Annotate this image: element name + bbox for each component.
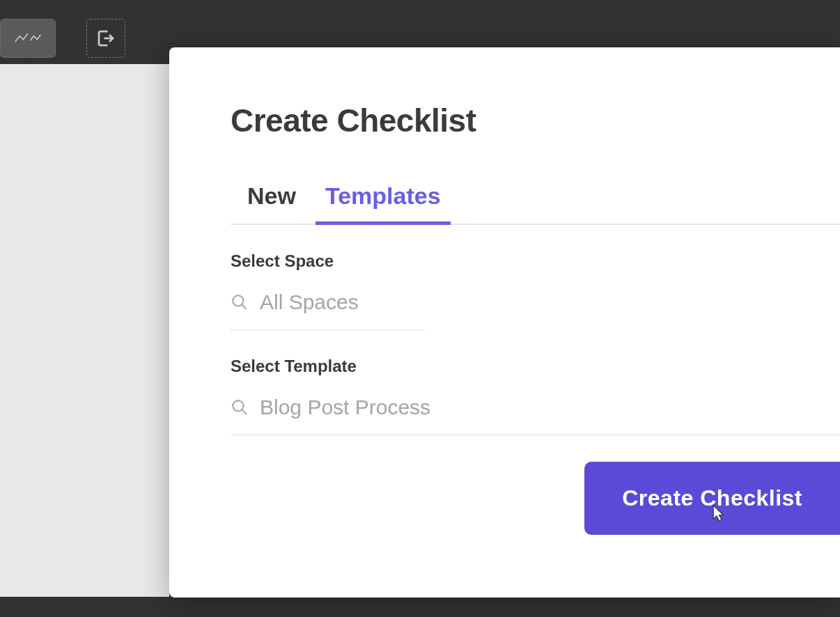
svg-point-2	[233, 400, 243, 411]
template-search-input[interactable]	[260, 396, 840, 419]
space-search-input[interactable]	[260, 290, 426, 314]
toolbar-exit-button[interactable]	[86, 19, 125, 58]
toolbar-signature-button[interactable]	[0, 19, 56, 58]
svg-line-1	[242, 305, 247, 309]
svg-point-0	[233, 295, 243, 306]
modal-title: Create Checklist	[231, 102, 840, 139]
select-space-label: Select Space	[231, 251, 840, 271]
space-search-row[interactable]	[231, 290, 426, 330]
create-checklist-modal: Create Checklist New Templates Select Sp…	[169, 47, 840, 598]
search-icon	[231, 293, 249, 311]
tab-new[interactable]: New	[247, 182, 296, 224]
create-checklist-button[interactable]: Create Checklist	[584, 462, 840, 535]
search-icon	[231, 398, 249, 416]
tab-templates[interactable]: Templates	[325, 182, 441, 224]
chart-icon	[14, 30, 42, 47]
background-panel	[0, 64, 169, 597]
select-space-section: Select Space	[231, 251, 840, 330]
svg-line-3	[242, 410, 247, 414]
select-template-label: Select Template	[231, 357, 840, 376]
tabs: New Templates	[231, 182, 840, 225]
exit-icon	[95, 28, 116, 49]
select-template-section: Select Template	[231, 357, 840, 435]
template-search-row[interactable]	[231, 396, 840, 435]
